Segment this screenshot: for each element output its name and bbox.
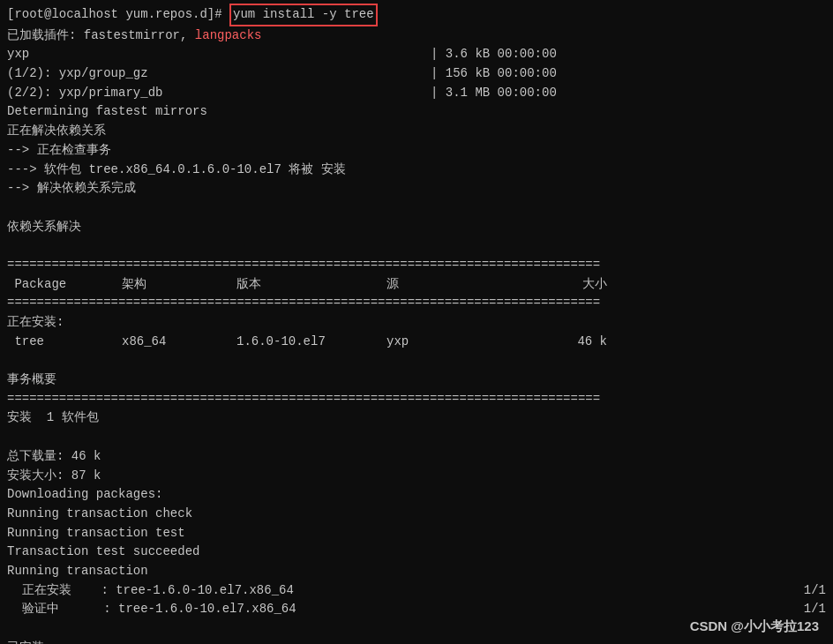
output-line: Determining fastest mirrors xyxy=(7,102,826,122)
col-arch: x86_64 xyxy=(122,333,236,352)
output-line: 事务概要 xyxy=(7,371,826,390)
col-source: yxp xyxy=(386,333,554,352)
separator-line: ========================================… xyxy=(7,256,826,275)
separator: ========================================… xyxy=(7,294,600,313)
text: Running transaction test xyxy=(7,524,185,543)
output-line: 已加载插件: fastestmirror, langpacks xyxy=(7,26,826,46)
col-header-arch: 架构 xyxy=(122,275,236,295)
separator: ========================================… xyxy=(7,390,600,409)
output-line: Downloading packages: xyxy=(7,485,826,505)
watermark: CSDN @小小考拉123 xyxy=(690,618,819,635)
verify-label: 验证中 : tree-1.6.0-10.el7.x86_64 xyxy=(7,600,773,619)
output-line: --> 解决依赖关系完成 xyxy=(7,179,826,198)
text: ---> 软件包 tree.x86_64.0.1.6.0-10.el7 将被 安… xyxy=(7,161,346,180)
text: 已加载插件: fastestmirror, xyxy=(7,26,195,46)
text: 已安装: xyxy=(7,639,51,644)
output-line: 安装 1 软件包 xyxy=(7,408,826,428)
output-line: Running transaction xyxy=(7,562,826,581)
size: | 3.1 MB 00:00:00 xyxy=(431,84,557,103)
command-text: yum install -y tree xyxy=(229,4,378,26)
label: (2/2): yxp/primary_db xyxy=(7,84,431,103)
output-line: --> 正在检查事务 xyxy=(7,141,826,161)
text: Running transaction check xyxy=(7,505,192,524)
output-line: 正在安装: xyxy=(7,313,826,333)
text: 正在安装: xyxy=(7,313,64,333)
separator-line: ========================================… xyxy=(7,294,826,313)
blank-line xyxy=(7,351,826,371)
output-line: Transaction test succeeded xyxy=(7,543,826,562)
table-header-row: Package 架构 版本 源 大小 xyxy=(7,275,826,295)
text: 安装大小: 87 k xyxy=(7,467,101,486)
prompt: [root@localhost yum.repos.d]# xyxy=(7,5,229,25)
blank-line xyxy=(7,428,826,447)
watermark-text: CSDN @小小考拉123 xyxy=(690,618,819,633)
separator-line: ========================================… xyxy=(7,390,826,409)
blank-line xyxy=(7,198,826,218)
output-line: 已安装: xyxy=(7,639,826,644)
install-label: 正在安装 : tree-1.6.0-10.el7.x86_64 xyxy=(7,581,773,601)
terminal-window: [root@localhost yum.repos.d]# yum instal… xyxy=(0,0,833,644)
command-line: [root@localhost yum.repos.d]# yum instal… xyxy=(7,4,826,26)
col-version: 1.6.0-10.el7 xyxy=(236,333,386,352)
download-row: (2/2): yxp/primary_db | 3.1 MB 00:00:00 xyxy=(7,84,826,103)
text: Downloading packages: xyxy=(7,485,162,505)
verify-progress-row: 验证中 : tree-1.6.0-10.el7.x86_64 1/1 xyxy=(7,600,826,619)
size: | 3.6 kB 00:00:00 xyxy=(431,45,557,64)
label: yxp xyxy=(7,45,431,64)
text: 依赖关系解决 xyxy=(7,218,81,237)
col-package: tree xyxy=(7,333,122,352)
text: langpacks xyxy=(195,26,262,46)
col-header-package: Package xyxy=(7,275,122,295)
col-header-version: 版本 xyxy=(236,275,386,295)
output-line: Running transaction test xyxy=(7,524,826,543)
install-progress: 1/1 xyxy=(773,581,826,601)
col-header-source: 源 xyxy=(386,275,554,295)
download-row: yxp | 3.6 kB 00:00:00 xyxy=(7,45,826,64)
output-line: Running transaction check xyxy=(7,505,826,524)
text: --> 正在检查事务 xyxy=(7,141,111,161)
text: --> 解决依赖关系完成 xyxy=(7,179,136,198)
text: 正在解决依赖关系 xyxy=(7,122,106,141)
size: | 156 kB 00:00:00 xyxy=(431,64,557,84)
label: (1/2): yxp/group_gz xyxy=(7,64,431,84)
output-line: 总下载量: 46 k xyxy=(7,447,826,467)
text: Running transaction xyxy=(7,562,148,581)
separator: ========================================… xyxy=(7,256,600,275)
verify-progress: 1/1 xyxy=(773,600,826,619)
text: Transaction test succeeded xyxy=(7,543,199,562)
output-line: 安装大小: 87 k xyxy=(7,467,826,486)
text: 总下载量: 46 k xyxy=(7,447,101,467)
text: Determining fastest mirrors xyxy=(7,102,207,122)
blank-line xyxy=(7,236,826,256)
install-progress-row: 正在安装 : tree-1.6.0-10.el7.x86_64 1/1 xyxy=(7,581,826,601)
output-line: 依赖关系解决 xyxy=(7,218,826,237)
output-line: 正在解决依赖关系 xyxy=(7,122,826,141)
col-header-size: 大小 xyxy=(554,275,607,295)
output-line: ---> 软件包 tree.x86_64.0.1.6.0-10.el7 将被 安… xyxy=(7,161,826,180)
text: 安装 1 软件包 xyxy=(7,408,99,428)
table-data-row: tree x86_64 1.6.0-10.el7 yxp 46 k xyxy=(7,333,826,352)
text: 事务概要 xyxy=(7,371,56,390)
col-size: 46 k xyxy=(554,333,607,352)
download-row: (1/2): yxp/group_gz | 156 kB 00:00:00 xyxy=(7,64,826,84)
